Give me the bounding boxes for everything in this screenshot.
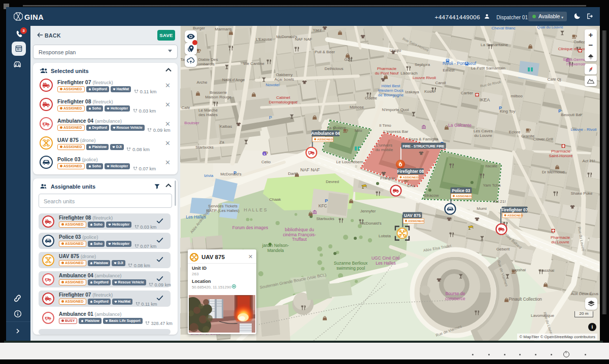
svg-text:milboo: milboo	[511, 94, 523, 98]
svg-text:Milo: Milo	[355, 128, 362, 133]
svg-text:ASSIGNED: ASSIGNED	[456, 194, 472, 198]
svg-text:Quai du Louvre: Quai du Louvre	[537, 26, 563, 29]
svg-text:L'express Bar: L'express Bar	[384, 129, 409, 134]
svg-text:Saint-Honoré: Saint-Honoré	[549, 154, 573, 158]
svg-text:des Halles: des Halles	[198, 113, 217, 117]
svg-text:Burger: Burger	[193, 26, 205, 30]
svg-text:NAF NAF: NAF NAF	[300, 167, 320, 172]
svg-text:Louvre - Rivoli: Louvre - Rivoli	[570, 127, 596, 132]
svg-text:Forum des images: Forum des images	[232, 225, 268, 230]
svg-text:Marmaris: Marmaris	[215, 27, 231, 31]
svg-text:Oha: Oha	[407, 184, 415, 188]
svg-text:Boulnier: Boulnier	[184, 121, 199, 125]
svg-text:swimming pool: swimming pool	[336, 266, 365, 271]
svg-text:Pharmacie: Pharmacie	[551, 235, 570, 240]
svg-text:Odette: Odette	[365, 96, 378, 100]
svg-text:Geberit: Geberit	[496, 247, 510, 251]
svg-text:Brasserie: Brasserie	[210, 90, 227, 95]
svg-text:commerce: commerce	[445, 296, 465, 301]
svg-text:Dr Mermoud: Dr Mermoud	[542, 170, 564, 174]
svg-text:Itacate: Itacate	[485, 164, 498, 168]
svg-text:Franprix: Franprix	[380, 176, 395, 180]
svg-text:Bourse de: Bourse de	[446, 291, 465, 296]
svg-text:Pharmacie: Pharmacie	[377, 66, 397, 71]
svg-text:Les Caves: Les Caves	[473, 129, 493, 133]
svg-text:Za: Za	[219, 140, 224, 144]
svg-text:Truffaut: Truffaut	[292, 237, 307, 242]
svg-text:du Louvre: du Louvre	[551, 240, 569, 244]
svg-text:La Molière: La Molière	[327, 126, 346, 130]
svg-text:Irasshai: Irasshai	[512, 268, 526, 272]
svg-text:Eclore: Eclore	[509, 130, 521, 134]
svg-text:La Galcante: La Galcante	[448, 123, 471, 128]
svg-text:ASSIGNED: ASSIGNED	[507, 213, 524, 217]
svg-text:de Bourgogne: de Bourgogne	[378, 93, 404, 97]
svg-text:Rivoli - Pont Neuf: Rivoli - Pont Neuf	[443, 61, 477, 66]
svg-text:Shake Poke: Shake Poke	[570, 191, 593, 196]
svg-text:Izivia: Izivia	[204, 173, 214, 178]
svg-text:McDonald’s: McDonald’s	[220, 172, 242, 176]
svg-text:NAF NAF: NAF NAF	[295, 37, 312, 42]
svg-text:FIRE - STRUCTURE FIRE: FIRE - STRUCTURE FIRE	[402, 144, 445, 149]
svg-text:Act 21!: Act 21!	[583, 159, 595, 163]
svg-text:ASSIGNED: ASSIGNED	[317, 137, 333, 141]
svg-text:Firefighter 08: Firefighter 08	[397, 169, 424, 174]
svg-text:Il Timo: Il Timo	[379, 123, 391, 128]
svg-text:Cabinet: Cabinet	[276, 95, 290, 100]
svg-text:P: P	[269, 115, 272, 120]
svg-text:La Samaritaine: La Samaritaine	[481, 43, 508, 47]
svg-text:Police 03: Police 03	[452, 188, 470, 193]
svg-text:Mimose: Mimose	[350, 105, 364, 110]
svg-text:Louvre Rivoli: Louvre Rivoli	[413, 76, 436, 80]
svg-text:Caroll: Caroll	[435, 81, 446, 85]
svg-text:Koshi: Koshi	[424, 89, 434, 94]
svg-text:Café Qj: Café Qj	[547, 77, 561, 82]
svg-text:Irasshai: Irasshai	[540, 268, 554, 273]
svg-text:UAV 875: UAV 875	[404, 213, 421, 218]
svg-text:Läderach: Läderach	[400, 71, 417, 76]
svg-text:cinéma François-: cinéma François-	[283, 232, 316, 237]
svg-text:Le Petit Samaritain: Le Petit Samaritain	[471, 66, 505, 70]
svg-text:Hôtel Best: Hôtel Best	[382, 84, 401, 88]
svg-text:Yam Tcha: Yam Tcha	[483, 183, 501, 188]
svg-text:Ernest: Ernest	[443, 68, 455, 72]
svg-text:Services Tickets: Services Tickets	[208, 204, 238, 208]
svg-text:Pinault Collection: Pinault Collection	[509, 297, 542, 302]
svg-text:Açaí bowls: Açaí bowls	[275, 77, 294, 82]
svg-text:Enza & Famiglia: Enza & Famiglia	[409, 137, 438, 141]
svg-text:Maison Rouge: Maison Rouge	[205, 95, 231, 99]
svg-text:P: P	[325, 198, 328, 203]
svg-text:Oakberry: Oakberry	[276, 72, 293, 77]
svg-text:Café: Café	[182, 105, 190, 110]
svg-text:Nails d'Ange: Nails d'Ange	[222, 78, 245, 82]
svg-text:Cartier: Cartier	[461, 91, 473, 95]
svg-text:Suzanne Berlioux: Suzanne Berlioux	[334, 261, 368, 266]
svg-text:N'importe Quoi: N'importe Quoi	[382, 107, 409, 112]
svg-text:McDonald’s: McDonald’s	[360, 221, 382, 226]
svg-text:Le Marché: Le Marché	[198, 108, 218, 113]
svg-text:Darty: Darty	[288, 171, 297, 176]
svg-text:Uniqlo: Uniqlo	[390, 48, 401, 53]
svg-text:Stracow: Stracow	[424, 193, 439, 198]
svg-text:Western Ducs: Western Ducs	[378, 88, 403, 93]
svg-text:UGC Ciné Cité: UGC Ciné Cité	[371, 256, 400, 261]
svg-text:Delhicious: Delhicious	[325, 66, 344, 71]
svg-text:i: i	[264, 152, 265, 156]
svg-text:Beocuti Bar: Beocuti Bar	[561, 113, 582, 117]
svg-text:Novotel: Novotel	[265, 83, 279, 87]
svg-text:L'Excuse: L'Excuse	[256, 37, 273, 42]
svg-text:H A L L E S: H A L L E S	[244, 207, 266, 212]
svg-text:Celio: Celio	[261, 160, 271, 164]
svg-text:Chaak: Chaak	[269, 197, 281, 202]
svg-text:Jennyfer: Jennyfer	[360, 209, 376, 213]
svg-text:Sephora: Sephora	[415, 62, 430, 67]
svg-text:Starbucks: Starbucks	[195, 145, 214, 150]
svg-text:Pull & Beer: Pull & Beer	[315, 50, 335, 54]
svg-text:Izakaya: Izakaya	[405, 90, 419, 94]
svg-text:Starbucks: Starbucks	[316, 216, 334, 221]
svg-text:Dermatologique: Dermatologique	[269, 100, 298, 104]
svg-text:ASSIGNED: ASSIGNED	[403, 175, 419, 179]
svg-text:King Toy: King Toy	[500, 109, 516, 114]
svg-text:KFC: KFC	[319, 203, 327, 208]
svg-text:Arche: Arche	[197, 80, 208, 85]
